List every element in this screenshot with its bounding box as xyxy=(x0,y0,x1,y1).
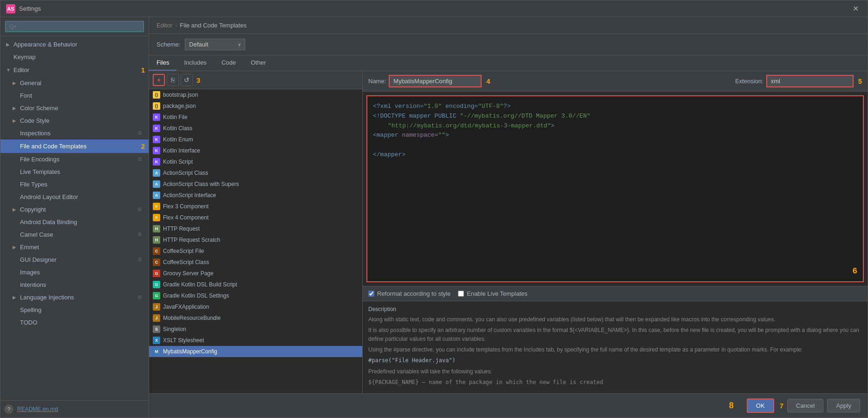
scheme-select[interactable]: Default Project xyxy=(185,39,245,50)
list-item[interactable]: S Singleton xyxy=(149,324,362,335)
reformat-checkbox[interactable]: Reformat according to style xyxy=(368,290,450,297)
file-icon: K xyxy=(153,125,160,132)
sidebar-item-file-and-code-templates[interactable]: ▶ File and Code Templates 2 xyxy=(0,139,149,153)
name-input[interactable] xyxy=(389,75,482,87)
name-label: Name: xyxy=(368,78,386,85)
cancel-button[interactable]: Cancel xyxy=(787,399,823,412)
sidebar-item-editor[interactable]: ▼ Editor 1 xyxy=(0,63,149,77)
description-p5: Predefined variables will take the follo… xyxy=(368,367,862,376)
ok-button[interactable]: OK xyxy=(747,398,774,413)
sidebar-item-color-scheme[interactable]: ▶ Color Scheme xyxy=(0,102,149,114)
list-item[interactable]: G Groovy Server Page xyxy=(149,268,362,279)
bottom-controls: Reformat according to style Enable Live … xyxy=(363,286,868,301)
settings-icon5: ⚙ xyxy=(137,257,145,263)
description-p1: Along with static text, code and comment… xyxy=(368,315,862,324)
list-item-mybatis[interactable]: M MybatisMapperConfig xyxy=(149,346,362,357)
close-button[interactable]: ✕ xyxy=(849,2,862,15)
list-item[interactable]: C CoffeeScript Class xyxy=(149,257,362,268)
tab-code[interactable]: Code xyxy=(214,55,243,71)
list-item[interactable]: G Gradle Kotlin DSL Settings xyxy=(149,290,362,301)
extension-input[interactable] xyxy=(766,75,854,87)
extension-field: Extension: 5 xyxy=(735,75,862,87)
add-template-button[interactable]: + xyxy=(153,74,165,86)
list-item[interactable]: J JavaFXApplication xyxy=(149,301,362,312)
list-item[interactable]: K Kotlin Interface xyxy=(149,145,362,156)
main-content: ▶ Appearance & Behavior ▶ Keymap ▼ xyxy=(0,17,868,418)
sidebar-item-android-data-binding[interactable]: ▶ Android Data Binding xyxy=(0,216,149,228)
file-link[interactable]: README.en.md xyxy=(17,406,58,412)
code-editor[interactable]: 6 <?xml version="1.0" encoding="UTF-8"?>… xyxy=(366,95,864,282)
list-item[interactable]: K Kotlin File xyxy=(149,112,362,123)
list-item[interactable]: H HTTP Request Scratch xyxy=(149,234,362,245)
file-icon: C xyxy=(153,259,160,266)
sidebar-item-images[interactable]: ▶ Images xyxy=(0,266,149,279)
list-item[interactable]: H HTTP Request xyxy=(149,223,362,234)
file-icon: X xyxy=(153,337,160,344)
code-line-5 xyxy=(373,140,857,150)
sidebar-item-live-templates[interactable]: ▶ Live Templates xyxy=(0,166,149,178)
sidebar-item-copyright[interactable]: ▶ Copyright ⚙ xyxy=(0,203,149,216)
list-item[interactable]: {} package.json xyxy=(149,100,362,112)
list-item[interactable]: G Gradle Kotlin DSL Build Script xyxy=(149,279,362,290)
list-item[interactable]: {} bootstrap.json xyxy=(149,89,362,100)
sidebar-item-camel-case[interactable]: ▶ Camel Case ⚙ xyxy=(0,228,149,241)
scheme-wrapper: Default Project xyxy=(185,39,245,50)
editor-area: Name: 4 Extension: 5 xyxy=(363,71,868,393)
list-item[interactable]: F Flex 3 Component xyxy=(149,201,362,212)
sidebar-item-inspections[interactable]: ▶ Inspections ⚙ xyxy=(0,127,149,139)
breadcrumb: Editor › File and Code Templates xyxy=(149,17,868,34)
sidebar-item-font[interactable]: ▶ Font xyxy=(0,89,149,102)
file-icon: G xyxy=(153,281,160,288)
sidebar-item-general[interactable]: ▶ General xyxy=(0,77,149,89)
sidebar-item-gui-designer[interactable]: ▶ GUI Designer ⚙ xyxy=(0,253,149,266)
copy-template-button[interactable]: ⎘ xyxy=(167,74,179,86)
sidebar-item-language-injections[interactable]: ▶ Language Injections ⚙ xyxy=(0,291,149,304)
sidebar-item-spelling[interactable]: ▶ Spelling xyxy=(0,304,149,316)
code-line-3: "http://mybatis.org/dtd/mybatis-3-mapper… xyxy=(373,121,857,131)
apply-button[interactable]: Apply xyxy=(827,399,860,412)
description-p4: #parse("File Header.java") xyxy=(368,356,862,365)
live-templates-checkbox[interactable]: Enable Live Templates xyxy=(458,290,528,297)
list-item[interactable]: X XSLT Stylesheet xyxy=(149,335,362,346)
scheme-label: Scheme: xyxy=(157,41,180,48)
list-item[interactable]: A ActionScript Interface xyxy=(149,190,362,201)
tab-other[interactable]: Other xyxy=(243,55,274,71)
list-item[interactable]: F Flex 4 Component xyxy=(149,212,362,223)
list-item[interactable]: K Kotlin Enum xyxy=(149,134,362,145)
sidebar-item-todo[interactable]: ▶ TODO xyxy=(0,316,149,329)
tab-files[interactable]: Files xyxy=(149,55,176,71)
settings-icon6: ⚙ xyxy=(137,294,145,300)
file-list-toolbar: + ⎘ ↺ 3 xyxy=(149,71,362,89)
sidebar-item-android-layout[interactable]: ▶ Android Layout Editor xyxy=(0,191,149,203)
list-item[interactable]: A ActionScript Class with Supers xyxy=(149,179,362,190)
sidebar-item-appearance[interactable]: ▶ Appearance & Behavior xyxy=(0,38,149,51)
sidebar: ▶ Appearance & Behavior ▶ Keymap ▼ xyxy=(0,17,149,418)
list-item[interactable]: J MobileResourceBundle xyxy=(149,312,362,324)
file-icon: G xyxy=(153,270,160,277)
sidebar-item-intentions[interactable]: ▶ Intentions xyxy=(0,279,149,291)
file-icon: H xyxy=(153,236,160,244)
code-line-2: <!DOCTYPE mapper PUBLIC "-//mybatis.org/… xyxy=(373,112,857,121)
description-title: Description xyxy=(368,306,862,312)
settings-icon2: ⚙ xyxy=(137,156,145,162)
reset-template-button[interactable]: ↺ xyxy=(181,74,193,86)
tab-includes[interactable]: Includes xyxy=(176,55,214,71)
sidebar-item-file-encodings[interactable]: ▶ File Encodings ⚙ xyxy=(0,153,149,166)
list-item[interactable]: K Kotlin Class xyxy=(149,123,362,134)
sidebar-item-file-types[interactable]: ▶ File Types xyxy=(0,178,149,191)
action-buttons: 8 OK 7 Cancel Apply xyxy=(149,393,868,418)
search-input[interactable] xyxy=(5,21,144,32)
sidebar-item-keymap[interactable]: ▶ Keymap xyxy=(0,51,149,63)
file-icon: A xyxy=(153,169,160,177)
list-item[interactable]: C CoffeeScript File xyxy=(149,245,362,257)
help-button[interactable]: ? xyxy=(4,405,13,414)
right-panel: Editor › File and Code Templates Scheme:… xyxy=(149,17,868,418)
description-p2: It is also possible to specify an arbitr… xyxy=(368,326,862,344)
list-item[interactable]: A ActionScript Class xyxy=(149,167,362,179)
sidebar-item-emmet[interactable]: ▶ Emmet xyxy=(0,241,149,253)
sidebar-item-code-style[interactable]: ▶ Code Style xyxy=(0,114,149,127)
file-icon: K xyxy=(153,147,160,154)
settings-window: AS Settings ✕ ▶ Appearance & Behavior xyxy=(0,0,868,418)
ext-badge: 5 xyxy=(858,77,862,85)
list-item[interactable]: K Kotlin Script xyxy=(149,156,362,167)
